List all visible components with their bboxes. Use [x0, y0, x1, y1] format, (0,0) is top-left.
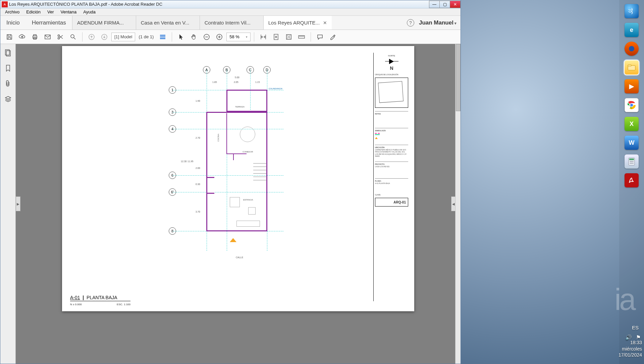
location-map	[375, 78, 408, 108]
scissors-icon[interactable]	[55, 31, 66, 43]
thumbnails-icon[interactable]	[3, 48, 13, 57]
print-icon[interactable]	[29, 31, 41, 43]
media-player-icon[interactable]: ▶	[625, 79, 639, 93]
ubicacion-block: UBICACIÓN CARRETERA MÉXICO PUEBLA KM 18.…	[375, 145, 408, 158]
inicio-button[interactable]: Inicio	[0, 16, 26, 30]
north-indicator: NORTE N	[375, 55, 408, 71]
app-body: ▶ A B C D 1 3 4 6 6' 8	[0, 44, 461, 364]
page-model-box[interactable]: [1] Model	[111, 33, 135, 41]
menu-bar: Archivo Edición Ver Ventana Ayuda	[0, 8, 461, 16]
fullscreen-icon[interactable]	[283, 31, 294, 43]
word-icon[interactable]: W	[625, 136, 639, 150]
language-indicator[interactable]: ES	[632, 325, 639, 330]
watermark: ia	[614, 282, 634, 317]
dimension: 3.70	[196, 211, 200, 213]
plano-block: PLANO: A-01 PLANTA BAJA	[375, 178, 408, 192]
dimension: 5.00	[235, 76, 239, 79]
acrobat-app-icon: A	[2, 1, 8, 7]
hand-icon[interactable]	[188, 31, 200, 43]
room-label: COMEDOR	[243, 151, 253, 153]
zoom-in-icon[interactable]	[214, 31, 225, 43]
fit-width-icon[interactable]	[258, 31, 269, 43]
page-count-label: (1 de 1)	[137, 34, 156, 39]
user-menu[interactable]: Juan Manuel	[419, 19, 457, 26]
clock[interactable]: 18:33 miércoles 17/01/2024	[619, 339, 642, 358]
menu-ver[interactable]: Ver	[44, 9, 57, 15]
minimize-button[interactable]: —	[429, 1, 440, 8]
colindancia-label: COLINDANCIA	[269, 88, 282, 90]
bookmark-icon[interactable]	[3, 63, 13, 73]
clave-label: CLAVE:	[375, 194, 408, 196]
dimension: 0.30	[196, 183, 200, 185]
document-area[interactable]: ▶ A B C D 1 3 4 6 6' 8	[16, 44, 461, 364]
north-arrow-icon	[385, 59, 398, 65]
title-bar: A Los Reyes ARQUITECTÓNICO PLANTA BAJA.p…	[0, 0, 461, 8]
doc-tab-losreyes[interactable]: Los Reyes ARQUITE... ✕	[263, 16, 332, 30]
left-panel-expand[interactable]: ▶	[16, 196, 20, 211]
svg-point-30	[633, 163, 634, 164]
email-icon[interactable]	[42, 31, 53, 43]
select-cursor-icon[interactable]	[175, 31, 187, 43]
close-button[interactable]: ✕	[450, 1, 461, 8]
fit-page-icon[interactable]	[270, 31, 282, 43]
prev-page-icon[interactable]	[86, 31, 97, 43]
acrobat-taskbar-icon[interactable]	[625, 173, 639, 187]
help-icon[interactable]: ?	[407, 19, 414, 27]
toolbar-separator	[311, 32, 311, 42]
entry-arrow-icon	[230, 235, 236, 242]
menu-edicion[interactable]: Edición	[23, 9, 44, 15]
firefox-icon[interactable]	[625, 42, 639, 56]
maximize-button[interactable]: ▢	[439, 1, 450, 8]
desktop-background: e ▶ X W ES 🔊 ⚑ 18:33 miércoles 17/01/202…	[461, 0, 644, 364]
ie-icon[interactable]: e	[625, 23, 639, 37]
furniture	[248, 207, 256, 215]
start-orb-icon[interactable]	[625, 4, 639, 18]
svg-rect-12	[286, 35, 291, 39]
menu-archivo[interactable]: Archivo	[2, 9, 23, 15]
vertical-scrollbar[interactable]	[455, 44, 461, 364]
notes-block: NOTAS	[375, 111, 408, 125]
cloud-upload-icon[interactable]	[16, 31, 28, 43]
menu-ayuda[interactable]: Ayuda	[80, 9, 99, 15]
doc-tab-contrato[interactable]: Contrato Interm Vil...	[200, 16, 263, 30]
herramientas-button[interactable]: Herramientas	[26, 16, 72, 30]
room-label: ESTANCIA	[243, 199, 253, 201]
menu-ventana[interactable]: Ventana	[57, 9, 80, 15]
highlight-icon[interactable]	[327, 31, 338, 43]
svg-point-17	[629, 46, 634, 51]
next-page-icon[interactable]	[99, 31, 110, 43]
chrome-icon[interactable]	[625, 98, 639, 112]
search-icon[interactable]	[67, 31, 79, 43]
zoom-out-icon[interactable]	[201, 31, 212, 43]
close-tab-icon[interactable]: ✕	[323, 20, 327, 26]
save-icon[interactable]	[4, 31, 15, 43]
svg-rect-24	[629, 158, 634, 160]
clock-day: miércoles	[619, 346, 642, 352]
plan-subtitle: N ± 0.000ESC. 1:100	[70, 303, 130, 306]
zoom-level-select[interactable]: 58 %▾	[226, 33, 251, 41]
explorer-icon[interactable]	[625, 60, 639, 75]
svg-rect-3	[45, 35, 50, 39]
dimension: 11.95	[187, 160, 194, 163]
layers-icon[interactable]	[3, 94, 13, 104]
floor-plan-drawing: A B C D 1 3 4 6 6' 8	[163, 63, 337, 281]
svg-point-28	[630, 163, 631, 164]
toolbar-separator	[82, 32, 83, 42]
scrollbar-thumb[interactable]	[456, 44, 461, 111]
document-tabs: ADENDUM FIRMA... Casa en Venta en V... C…	[72, 16, 403, 30]
doc-tab-casa[interactable]: Casa en Venta en V...	[136, 16, 200, 30]
furniture-chair	[230, 197, 240, 207]
doc-tab-adendum[interactable]: ADENDUM FIRMA...	[72, 16, 136, 30]
comment-icon[interactable]	[314, 31, 326, 43]
dimension: 2.05	[234, 81, 238, 83]
excel-icon[interactable]: X	[625, 117, 639, 131]
ruler-icon[interactable]	[296, 31, 307, 43]
reflow-icon[interactable]	[157, 31, 168, 43]
svg-point-27	[633, 161, 634, 162]
dimension: 1.15	[255, 81, 260, 83]
furniture-table	[240, 127, 255, 142]
attachment-icon[interactable]	[3, 79, 13, 88]
plan-title: A-01 | PLANTA BAJA	[70, 295, 130, 301]
room-label: TERRAZA	[235, 106, 245, 108]
calculator-icon[interactable]	[625, 154, 639, 169]
